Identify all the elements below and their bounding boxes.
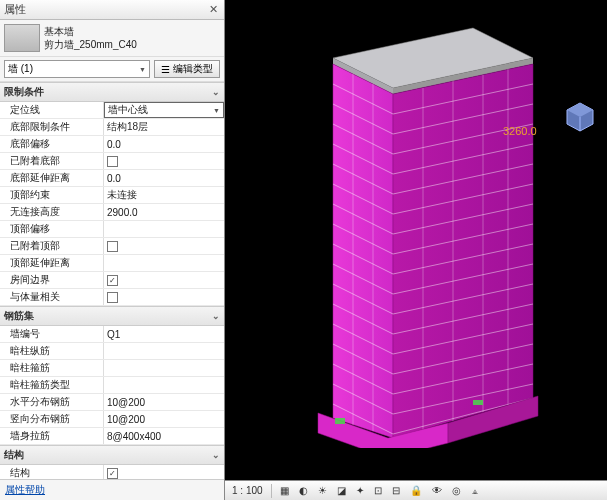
property-value[interactable]: Q1 <box>104 326 224 342</box>
property-label: 墙编号 <box>0 326 104 342</box>
property-label: 暗柱箍筋类型 <box>0 377 104 393</box>
property-row: 房间边界✓ <box>0 272 224 289</box>
property-row: 与体量相关 <box>0 289 224 306</box>
shadows-button[interactable]: ◪ <box>333 483 350 499</box>
type-swatch <box>4 24 40 52</box>
sun-path-button[interactable]: ☀ <box>314 483 331 499</box>
building-model <box>273 18 573 448</box>
type-selector[interactable]: 基本墙 剪力墙_250mm_C40 <box>0 20 224 56</box>
property-row: 结构✓ <box>0 465 224 479</box>
temp-hide-button[interactable]: 👁 <box>428 483 446 499</box>
property-value[interactable]: 10@200 <box>104 394 224 410</box>
property-label: 底部延伸距离 <box>0 170 104 186</box>
property-value[interactable]: 未连接 <box>104 187 224 203</box>
property-row: 定位线墙中心线▼ <box>0 102 224 119</box>
property-label: 无连接高度 <box>0 204 104 220</box>
property-row: 竖向分布钢筋10@200 <box>0 411 224 428</box>
reveal-hidden-button[interactable]: ◎ <box>448 483 465 499</box>
type-name: 剪力墙_250mm_C40 <box>44 38 220 51</box>
checkbox[interactable]: ✓ <box>107 275 118 286</box>
property-value[interactable]: 0.0 <box>104 170 224 186</box>
dimension-annotation: 3260.0 <box>503 125 537 137</box>
chevron-down-icon: ▼ <box>139 66 146 73</box>
family-dropdown[interactable]: 墙 (1) ▼ <box>4 60 150 78</box>
3d-viewport[interactable]: 3260.0 1 : 100 ▦ ◐ ☀ ◪ ✦ ⊡ ⊟ 🔒 👁 ◎ ⟁ <box>225 0 607 500</box>
property-row: 暗柱箍筋类型 <box>0 377 224 394</box>
property-label: 定位线 <box>0 102 104 118</box>
detail-level-button[interactable]: ▦ <box>276 483 293 499</box>
separator <box>271 484 272 498</box>
edit-type-label: 编辑类型 <box>173 62 213 76</box>
property-label: 暗柱纵筋 <box>0 343 104 359</box>
property-row: 暗柱纵筋 <box>0 343 224 360</box>
group-header[interactable]: 限制条件⌄ <box>0 82 224 102</box>
property-value[interactable] <box>104 360 224 376</box>
property-value[interactable]: 8@400x400 <box>104 428 224 444</box>
properties-help-link[interactable]: 属性帮助 <box>0 479 224 500</box>
property-label: 顶部延伸距离 <box>0 255 104 271</box>
panel-header: 属性 ✕ <box>0 0 224 20</box>
property-row: 已附着顶部 <box>0 238 224 255</box>
view-control-bar: 1 : 100 ▦ ◐ ☀ ◪ ✦ ⊡ ⊟ 🔒 👁 ◎ ⟁ <box>225 480 607 500</box>
property-row: 暗柱箍筋 <box>0 360 224 377</box>
svg-marker-4 <box>393 64 533 438</box>
property-value[interactable]: ✓ <box>104 272 224 288</box>
property-label: 墙身拉筋 <box>0 428 104 444</box>
property-value[interactable]: 结构18层 <box>104 119 224 135</box>
checkbox[interactable]: ✓ <box>107 468 118 479</box>
property-row: 墙身拉筋8@400x400 <box>0 428 224 445</box>
property-label: 房间边界 <box>0 272 104 288</box>
property-value[interactable]: 墙中心线▼ <box>104 102 224 118</box>
property-label: 结构 <box>0 465 104 479</box>
checkbox[interactable] <box>107 156 118 167</box>
property-row: 墙编号Q1 <box>0 326 224 343</box>
scale-button[interactable]: 1 : 100 <box>228 483 267 499</box>
svg-marker-3 <box>333 64 393 438</box>
edit-type-button[interactable]: ☰ 编辑类型 <box>154 60 220 78</box>
property-value[interactable] <box>104 221 224 237</box>
reveal-constraints-button[interactable]: ⟁ <box>467 483 483 499</box>
property-value[interactable]: 10@200 <box>104 411 224 427</box>
instance-label: 墙 (1) <box>8 62 33 76</box>
panel-title: 属性 <box>4 2 206 17</box>
property-label: 与体量相关 <box>0 289 104 305</box>
property-row: 已附着底部 <box>0 153 224 170</box>
property-value[interactable] <box>104 343 224 359</box>
checkbox[interactable] <box>107 241 118 252</box>
visual-style-button[interactable]: ◐ <box>295 483 312 499</box>
scale-value: 1 : 100 <box>232 485 263 496</box>
checkbox[interactable] <box>107 292 118 303</box>
crop-region-visible-button[interactable]: ⊟ <box>388 483 404 499</box>
property-value[interactable] <box>104 153 224 169</box>
property-grid[interactable]: 限制条件⌄定位线墙中心线▼底部限制条件结构18层底部偏移0.0已附着底部底部延伸… <box>0 82 224 479</box>
lock-3d-button[interactable]: 🔒 <box>406 483 426 499</box>
svg-rect-47 <box>335 418 345 424</box>
property-value[interactable]: ✓ <box>104 465 224 479</box>
property-value[interactable]: 2900.0 <box>104 204 224 220</box>
property-value[interactable] <box>104 238 224 254</box>
expand-icon: ⌄ <box>212 311 220 321</box>
group-header[interactable]: 钢筋集⌄ <box>0 306 224 326</box>
property-row: 水平分布钢筋10@200 <box>0 394 224 411</box>
chevron-down-icon: ▼ <box>213 107 220 114</box>
property-value[interactable] <box>104 289 224 305</box>
property-label: 顶部约束 <box>0 187 104 203</box>
crop-view-button[interactable]: ⊡ <box>370 483 386 499</box>
property-row: 顶部延伸距离 <box>0 255 224 272</box>
property-value[interactable] <box>104 377 224 393</box>
close-icon[interactable]: ✕ <box>206 3 220 17</box>
view-cube[interactable] <box>563 100 597 134</box>
edit-type-icon: ☰ <box>161 64 170 75</box>
property-label: 顶部偏移 <box>0 221 104 237</box>
property-value[interactable]: 0.0 <box>104 136 224 152</box>
property-row: 无连接高度2900.0 <box>0 204 224 221</box>
svg-rect-48 <box>473 400 483 405</box>
group-header[interactable]: 结构⌄ <box>0 445 224 465</box>
property-row: 底部偏移0.0 <box>0 136 224 153</box>
rendering-button[interactable]: ✦ <box>352 483 368 499</box>
property-row: 底部限制条件结构18层 <box>0 119 224 136</box>
expand-icon: ⌄ <box>212 450 220 460</box>
property-value[interactable] <box>104 255 224 271</box>
property-row: 顶部偏移 <box>0 221 224 238</box>
property-label: 竖向分布钢筋 <box>0 411 104 427</box>
